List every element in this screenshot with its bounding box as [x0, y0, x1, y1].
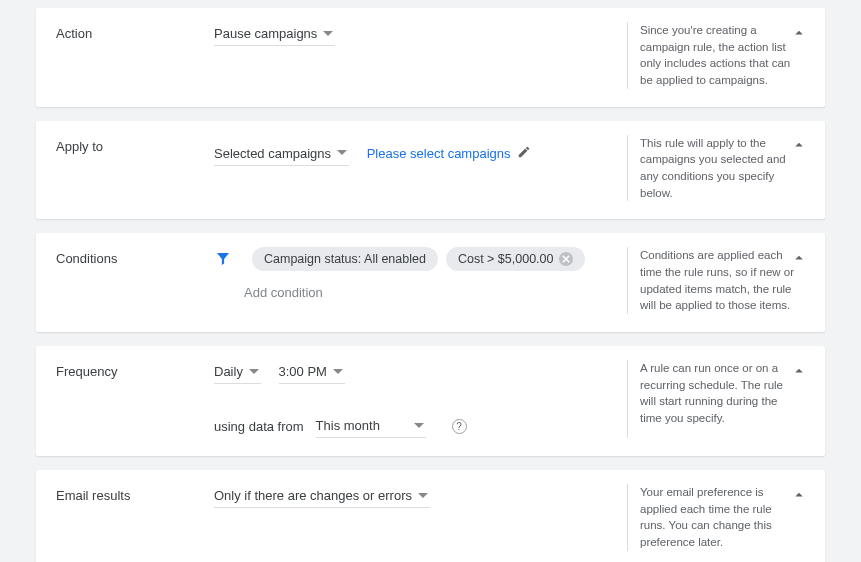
- rule-form: Action Pause campaigns Since you're crea…: [8, 8, 853, 562]
- collapse-button[interactable]: [787, 360, 811, 384]
- chevron-up-icon: [790, 486, 808, 507]
- help-icon[interactable]: ?: [452, 419, 467, 434]
- chevron-up-icon: [790, 249, 808, 270]
- section-help: Your email preference is applied each ti…: [627, 484, 805, 551]
- email-value: Only if there are changes or errors: [214, 488, 412, 503]
- section-content: Selected campaigns Please select campaig…: [214, 135, 627, 202]
- add-condition-button[interactable]: Add condition: [244, 285, 615, 300]
- condition-chip[interactable]: Cost > $5,000.00: [446, 247, 586, 271]
- using-data-row: using data from This month ?: [214, 414, 615, 438]
- email-results-dropdown[interactable]: Only if there are changes or errors: [214, 484, 430, 508]
- section-help: Conditions are applied each time the rul…: [627, 247, 805, 314]
- link-text: Please select campaigns: [367, 146, 511, 161]
- section-conditions: Conditions Campaign status: All enabled …: [36, 233, 825, 332]
- caret-down-icon: [333, 367, 343, 377]
- section-label: Apply to: [56, 135, 214, 202]
- using-label: using data from: [214, 419, 304, 434]
- interval-value: Daily: [214, 364, 243, 379]
- section-content: Only if there are changes or errors: [214, 484, 627, 551]
- data-range-dropdown[interactable]: This month: [316, 414, 426, 438]
- caret-down-icon: [323, 29, 333, 39]
- chip-text: Cost > $5,000.00: [458, 252, 554, 266]
- section-label: Email results: [56, 484, 214, 551]
- conditions-chips: Campaign status: All enabled Cost > $5,0…: [214, 247, 615, 271]
- caret-down-icon: [414, 421, 424, 431]
- time-value: 3:00 PM: [279, 364, 327, 379]
- collapse-button[interactable]: [787, 22, 811, 46]
- apply-to-dropdown[interactable]: Selected campaigns: [214, 142, 349, 166]
- section-content: Campaign status: All enabled Cost > $5,0…: [214, 247, 627, 314]
- section-apply-to: Apply to Selected campaigns Please selec…: [36, 121, 825, 220]
- chevron-up-icon: [790, 362, 808, 383]
- chevron-up-icon: [790, 136, 808, 157]
- section-help: This rule will apply to the campaigns yo…: [627, 135, 805, 202]
- apply-to-value: Selected campaigns: [214, 146, 331, 161]
- section-email-results: Email results Only if there are changes …: [36, 470, 825, 562]
- condition-chip[interactable]: Campaign status: All enabled: [252, 247, 438, 271]
- frequency-time-dropdown[interactable]: 3:00 PM: [279, 360, 345, 384]
- action-dropdown[interactable]: Pause campaigns: [214, 22, 335, 46]
- section-label: Action: [56, 22, 214, 89]
- section-label: Frequency: [56, 360, 214, 438]
- pencil-icon: [517, 145, 531, 162]
- action-value: Pause campaigns: [214, 26, 317, 41]
- section-label: Conditions: [56, 247, 214, 314]
- section-frequency: Frequency Daily 3:00 PM using data from …: [36, 346, 825, 456]
- caret-down-icon: [418, 491, 428, 501]
- collapse-button[interactable]: [787, 484, 811, 508]
- range-value: This month: [316, 418, 380, 433]
- chevron-up-icon: [790, 24, 808, 45]
- caret-down-icon: [337, 148, 347, 158]
- section-content: Pause campaigns: [214, 22, 627, 89]
- collapse-button[interactable]: [787, 135, 811, 159]
- chip-text: Campaign status: All enabled: [264, 252, 426, 266]
- caret-down-icon: [249, 367, 259, 377]
- section-help: A rule can run once or on a recurring sc…: [627, 360, 805, 438]
- collapse-button[interactable]: [787, 247, 811, 271]
- section-action: Action Pause campaigns Since you're crea…: [36, 8, 825, 107]
- chip-remove-icon[interactable]: [559, 252, 573, 266]
- frequency-interval-dropdown[interactable]: Daily: [214, 360, 261, 384]
- filter-icon: [214, 250, 232, 268]
- section-content: Daily 3:00 PM using data from This month…: [214, 360, 627, 438]
- select-campaigns-link[interactable]: Please select campaigns: [367, 145, 531, 162]
- section-help: Since you're creating a campaign rule, t…: [627, 22, 805, 89]
